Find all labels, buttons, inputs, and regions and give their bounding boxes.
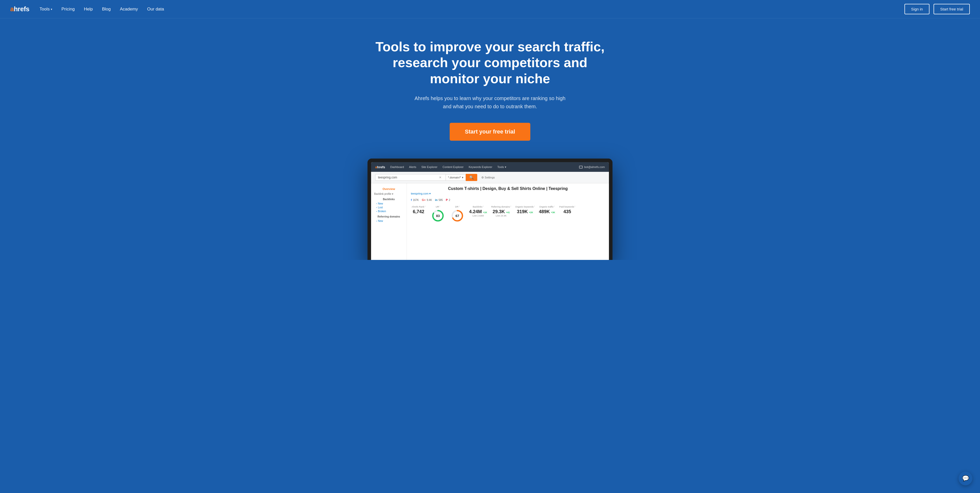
app-logo: ahrefs <box>375 165 385 169</box>
app-nav-tools: Tools ▾ <box>497 166 506 169</box>
metric-organic-traffic-change: +3K <box>551 211 555 214</box>
metric-referring-domains-change: +41 <box>506 211 510 214</box>
metric-organic-keywords: Organic keywords ⁱ 319K +2K <box>515 206 535 214</box>
app-page-url[interactable]: teespring.com ▾ <box>411 192 605 195</box>
metric-ahrefs-rank-value: 6,742 <box>413 209 424 214</box>
app-sidebar: Overview Backlink profile ▾ Backlinks Ne… <box>371 183 407 260</box>
start-free-trial-button[interactable]: Start free trial <box>934 4 970 14</box>
nav-tools[interactable]: Tools ▾ <box>40 6 52 12</box>
metric-dr-label: DR ⁱ <box>455 206 460 208</box>
sidebar-backlinks-new[interactable]: New <box>371 202 407 206</box>
sidebar-backlinks-label: Backlinks <box>371 196 407 202</box>
metric-backlinks-value: 4.24M <box>469 209 482 214</box>
metric-referring-domains-label: Referring domains ⁱ <box>491 206 511 208</box>
clear-search-icon[interactable]: ✕ <box>439 176 443 179</box>
metric-paid-keywords-label: Paid keywords ⁱ <box>559 206 575 208</box>
app-user: bot@ahrefs.com <box>579 166 605 169</box>
main-navbar: ahrefs Tools ▾ Pricing Help Blog Academy… <box>0 0 980 18</box>
social-linkedin: in 585 <box>435 198 443 201</box>
sidebar-backlink-profile[interactable]: Backlink profile ▾ <box>371 192 407 196</box>
metric-backlinks-sub: Live 2.64M <box>473 214 484 217</box>
app-nav-content-explorer: Content Explorer <box>442 166 464 169</box>
metric-ahrefs-rank: Ahrefs Rank ⁱ 6,742 <box>411 206 426 214</box>
sidebar-backlinks-lost[interactable]: Lost <box>371 206 407 209</box>
facebook-icon: f <box>411 198 412 201</box>
social-pinterest: P 2 <box>446 198 450 201</box>
metric-backlinks-label: Backlinks ⁱ <box>473 206 484 208</box>
app-content: Overview Backlink profile ▾ Backlinks Ne… <box>371 183 609 260</box>
logo-rest: hrefs <box>14 5 29 13</box>
social-facebook: f 167K <box>411 198 419 201</box>
hero-cta-button[interactable]: Start your free trial <box>450 123 531 141</box>
app-nav-site-explorer: Site Explorer <box>422 166 438 169</box>
pinterest-icon: P <box>446 198 448 201</box>
ur-value: 83 <box>436 214 440 218</box>
linkedin-icon: in <box>435 198 438 201</box>
app-settings[interactable]: ⚙ Settings <box>481 176 495 179</box>
metric-referring-domains-value: 29.3K <box>493 209 505 214</box>
hero-title: Tools to improve your search traffic, re… <box>375 39 605 86</box>
dr-gauge: 67 <box>451 209 464 222</box>
metric-ahrefs-rank-label: Ahrefs Rank ⁱ <box>412 206 425 208</box>
metric-backlinks: Backlinks ⁱ 4.24M +1K Live 2.64M <box>469 206 487 217</box>
laptop-frame: ahrefs Dashboard Alerts Site Explorer Co… <box>368 158 612 260</box>
metric-organic-traffic: Organic traffic ⁱ 489K +3K <box>539 206 555 214</box>
metric-organic-traffic-value: 489K <box>539 209 550 214</box>
app-nav-dashboard: Dashboard <box>390 166 404 169</box>
chevron-down-icon: ▾ <box>51 8 52 11</box>
social-bar: f 167K G+ 9.4K in 585 <box>411 198 605 201</box>
chevron-down-icon: ▾ <box>462 176 463 179</box>
app-nav-alerts: Alerts <box>409 166 416 169</box>
laptop-mockup: ahrefs Dashboard Alerts Site Explorer Co… <box>368 158 612 260</box>
nav-academy[interactable]: Academy <box>120 6 138 12</box>
sidebar-backlinks-broken[interactable]: Broken <box>371 209 407 213</box>
metric-organic-keywords-change: +2K <box>529 211 533 214</box>
nav-blog[interactable]: Blog <box>102 6 111 12</box>
metric-referring-domains-sub: Live 24.9K <box>496 214 507 217</box>
app-main: Custom T-shirts | Design, Buy & Sell Shi… <box>407 183 609 260</box>
app-search-button[interactable]: 🔍 <box>466 174 477 181</box>
laptop-screen: ahrefs Dashboard Alerts Site Explorer Co… <box>371 162 609 260</box>
sidebar-referring-domains-label: Referring domains <box>371 213 407 219</box>
metric-organic-traffic-label: Organic traffic ⁱ <box>539 206 555 208</box>
sidebar-referring-domains-new[interactable]: New <box>371 219 407 223</box>
metric-ur: UR ⁱ 83 <box>430 206 445 222</box>
nav-pricing[interactable]: Pricing <box>62 6 75 12</box>
metrics-row: Ahrefs Rank ⁱ 6,742 UR ⁱ <box>411 206 605 222</box>
metric-organic-keywords-value: 319K <box>517 209 528 214</box>
sidebar-overview[interactable]: Overview <box>371 187 407 192</box>
nav-links: Tools ▾ Pricing Help Blog Academy Our da… <box>40 6 904 12</box>
domain-mode-select[interactable]: *.domain/* ▾ <box>446 174 466 181</box>
metric-organic-keywords-label: Organic keywords ⁱ <box>515 206 535 208</box>
nav-actions: Sign in Start free trial <box>904 4 970 14</box>
metric-referring-domains: Referring domains ⁱ 29.3K +41 Live 24.9K <box>491 206 511 217</box>
metric-paid-keywords-value: 435 <box>563 209 571 214</box>
app-nav-keywords-explorer: Keywords Explorer <box>469 166 492 169</box>
nav-help[interactable]: Help <box>84 6 93 12</box>
gplus-icon: G+ <box>422 198 426 201</box>
app-search-bar: teespring.com ✕ *.domain/* ▾ 🔍 ⚙ Setting… <box>371 172 609 183</box>
metric-ur-label: UR ⁱ <box>436 206 440 208</box>
laptop-container: ahrefs Dashboard Alerts Site Explorer Co… <box>10 158 970 260</box>
metric-paid-keywords: Paid keywords ⁱ 435 <box>559 206 575 214</box>
dr-value: 67 <box>455 214 459 218</box>
hero-subtitle: Ahrefs helps you to learn why your compe… <box>414 94 566 110</box>
metric-backlinks-change: +1K <box>483 211 487 214</box>
social-gplus: G+ 9.4K <box>422 198 432 201</box>
signin-button[interactable]: Sign in <box>904 4 929 14</box>
app-search-input[interactable]: teespring.com ✕ <box>375 174 446 181</box>
logo[interactable]: ahrefs <box>10 5 29 13</box>
metric-dr: DR ⁱ 67 <box>450 206 465 222</box>
hero-section: Tools to improve your search traffic, re… <box>0 18 980 260</box>
app-page-title: Custom T-shirts | Design, Buy & Sell Shi… <box>411 187 605 191</box>
nav-our-data[interactable]: Our data <box>147 6 164 12</box>
ur-gauge: 83 <box>431 209 445 222</box>
logo-a: a <box>10 5 14 13</box>
screen-icon <box>579 166 583 169</box>
app-navbar: ahrefs Dashboard Alerts Site Explorer Co… <box>371 162 609 172</box>
